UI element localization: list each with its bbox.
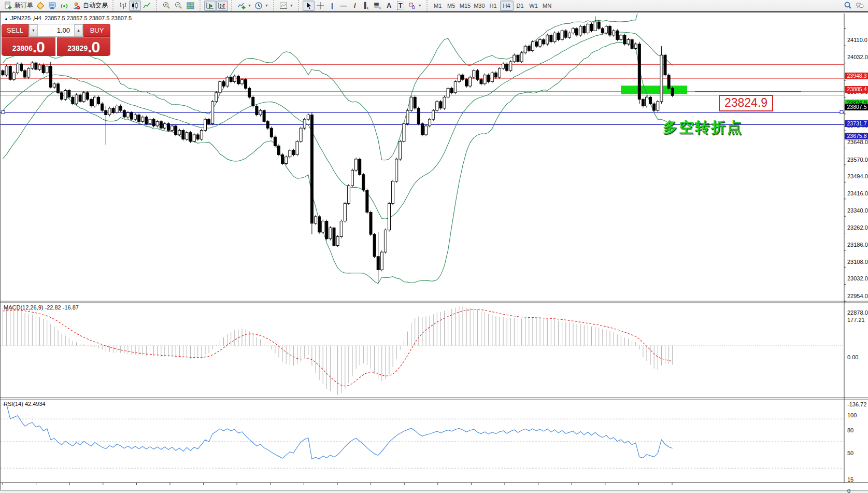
timeframe-h4-button[interactable]: H4	[500, 1, 514, 11]
autotrading-button[interactable]: 自动交易	[70, 1, 109, 11]
arrows-button[interactable]: ▼	[406, 1, 423, 11]
zoom-out-icon	[174, 2, 183, 10]
vertical-line-button[interactable]: |	[326, 1, 338, 11]
candles-icon	[131, 2, 139, 10]
vline-icon: |	[331, 2, 333, 9]
volume-increase-button[interactable]: ▲	[74, 24, 83, 36]
price-level-badge: 23807.5	[845, 104, 868, 110]
buy-price[interactable]: 23829.0	[57, 37, 111, 56]
search-icon	[844, 2, 852, 10]
hline-icon: —	[340, 2, 347, 9]
volume-spinner: ▼ ▲	[29, 24, 83, 37]
timeframe-d1-button[interactable]: D1	[514, 1, 527, 11]
price-level-badge: 23675.8	[845, 133, 868, 139]
price-tick-label: 23186.0	[847, 242, 868, 248]
buy-button[interactable]: BUY	[83, 24, 110, 37]
toolbar: 新订单自动交易▼▼▼|—/∥E≣FAT▼M1M5M15M30H1H4D1W1MN	[0, 0, 868, 11]
price-tick-label: 23340.0	[847, 207, 868, 214]
sell-price-main: 23806	[12, 41, 33, 55]
trendline-button[interactable]: /	[349, 1, 361, 11]
indicator-scale-label: 0	[847, 488, 850, 493]
tline-icon: /	[354, 2, 356, 9]
templates-button[interactable]: ▼	[278, 1, 295, 11]
timeframe-h1-button[interactable]: H1	[487, 1, 500, 11]
fibonacci-button[interactable]: ≣F	[372, 1, 383, 11]
tile-windows-button[interactable]	[184, 1, 196, 11]
dropdown-caret-icon: ▼	[290, 4, 293, 7]
timeframe-m15-button[interactable]: M15	[458, 1, 472, 11]
timeframe-m1-button[interactable]: M1	[431, 1, 445, 11]
zoom-in-button[interactable]	[161, 1, 173, 11]
rsi-indicator-label: RSI(14) 42.4934	[4, 401, 46, 407]
text-button[interactable]: A	[383, 1, 395, 11]
equidistant-channel-button[interactable]: ∥E	[361, 1, 372, 11]
zoom-in-icon	[162, 2, 171, 10]
cursor-icon	[304, 2, 313, 10]
volume-decrease-button[interactable]: ▼	[29, 24, 38, 36]
toolbar-group: M1M5M15M30H1H4D1W1MN	[426, 0, 554, 11]
sell-button[interactable]: SELL	[2, 24, 29, 37]
auto-scroll-button[interactable]	[204, 1, 216, 11]
horizontal-line-button[interactable]: —	[338, 1, 349, 11]
turning-point-note[interactable]: 多空转折点	[663, 118, 743, 137]
collapse-triangle-icon[interactable]: ▲	[4, 17, 8, 21]
price-tick-label: 23108.0	[847, 259, 868, 265]
price-level-badge: 23948.3	[845, 73, 868, 79]
chart-shift-button[interactable]	[216, 1, 228, 11]
autotrade-label: 自动交易	[83, 1, 108, 10]
sell-price-big: .0	[33, 39, 45, 55]
indicators-button[interactable]: ▼	[236, 1, 253, 11]
text-icon: A	[387, 2, 391, 9]
chart-canvas[interactable]	[1, 12, 868, 491]
toolbar-group: ▼	[273, 0, 295, 11]
timeframe-mn-button[interactable]: MN	[540, 1, 554, 11]
price-tick-label: 23416.0	[847, 190, 868, 196]
timeframe-w1-button[interactable]: W1	[527, 1, 540, 11]
chat-icon	[856, 2, 864, 10]
fibo-icon: ≣F	[374, 1, 381, 10]
chat-button[interactable]	[854, 1, 866, 11]
price-tick-label: 23494.0	[847, 173, 868, 179]
indicator-scale-label: 0.00	[847, 354, 858, 360]
price-callout-label[interactable]: 23824.9	[719, 95, 773, 111]
bar-chart-button[interactable]	[117, 1, 129, 11]
indicator-scale-label: 50	[847, 450, 853, 456]
periods-button[interactable]: ▼	[253, 1, 270, 11]
macd-indicator-label: MACD(12,26,9) -22.82 -16.87	[4, 304, 79, 311]
zoom-out-button[interactable]	[173, 1, 184, 11]
toolbar-group: ▼▼	[231, 0, 270, 11]
virtual-hosting-button[interactable]	[47, 1, 59, 11]
cursor-button[interactable]	[303, 1, 315, 11]
signals-icon	[60, 2, 69, 10]
price-tick-label: 23648.0	[847, 139, 868, 145]
chart-window[interactable]: ▲JPN225-,H4 23857.5 23857.5 23807.5 2380…	[0, 11, 868, 490]
toolbar-group	[156, 0, 196, 11]
price-tick-label: 23570.0	[847, 157, 868, 163]
line-chart-button[interactable]	[141, 1, 153, 11]
toolbar-group: |—/∥E≣FAT▼	[298, 0, 423, 11]
volume-input[interactable]	[38, 24, 74, 36]
mql-button[interactable]	[35, 1, 47, 11]
buy-price-big: .0	[88, 39, 99, 55]
signals-button[interactable]	[59, 1, 70, 11]
new-order-button[interactable]: 新订单	[2, 1, 35, 11]
toolbar-group	[200, 0, 228, 11]
crosshair-icon	[316, 2, 325, 10]
timeframe-m30-button[interactable]: M30	[472, 1, 486, 11]
candlestick-chart-button[interactable]	[129, 1, 141, 11]
sell-price[interactable]: 23806.0	[2, 37, 55, 56]
channel-icon: ∥E	[363, 1, 369, 10]
indicator-scale-label: -136.72	[847, 401, 866, 407]
search-button[interactable]	[842, 1, 854, 11]
indicator-scale-label: 15	[847, 476, 853, 483]
new-order-label: 新订单	[15, 1, 33, 10]
symbol-period-title: JPN225-,H4	[10, 15, 41, 21]
new-order-icon	[4, 2, 12, 10]
mt4-application: 新订单自动交易▼▼▼|—/∥E≣FAT▼M1M5M15M30H1H4D1W1MN…	[0, 0, 868, 493]
indicator-scale-label: 80	[847, 427, 853, 433]
buy-price-main: 23829	[67, 41, 88, 55]
timeframe-m5-button[interactable]: M5	[445, 1, 458, 11]
crosshair-button[interactable]	[315, 1, 326, 11]
price-tick-label: 22878.0	[847, 309, 868, 316]
text-label-button[interactable]: T	[395, 1, 406, 11]
